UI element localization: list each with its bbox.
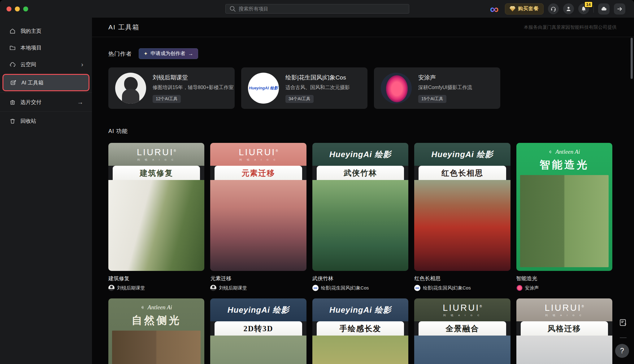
author-name: 刘锐后期课堂 [219, 285, 247, 291]
floating-divider [620, 337, 627, 338]
exit-button[interactable] [614, 3, 625, 15]
feature-thumbnail[interactable]: LIURUI® 刘 锐 A I G C 建筑修复 [108, 143, 204, 271]
feature-header: LIURUI® 刘 锐 A I G C [414, 298, 510, 321]
cloud-icon [9, 61, 16, 68]
liurui-logo: LIURUI® 刘 锐 A I G C [239, 147, 278, 161]
cloud-icon [601, 6, 607, 12]
avatar-hueying-logo: HueyingAI 绘影 [248, 73, 279, 104]
sidebar-item-label: 本地项目 [20, 44, 41, 51]
feature-title: 武侠竹林 [312, 275, 408, 282]
feature-banner: 武侠竹林 [317, 166, 404, 180]
feature-card-fenggeqianyi: LIURUI® 刘 锐 A I G C 风格迁移 [516, 298, 612, 364]
support-button[interactable] [548, 3, 559, 14]
zoom-window-button[interactable] [23, 6, 28, 11]
feature-banner: 红色长相思 [419, 166, 506, 180]
search-input[interactable] [239, 6, 405, 12]
feedback-button[interactable]: ? [618, 317, 629, 328]
feature-banner: 自然侧光 [108, 313, 204, 328]
feature-banner: 智能造光 [516, 158, 612, 172]
ai-functions-label: AI 功能 [108, 127, 612, 135]
feature-author[interactable]: 刘锐后期课堂 [108, 285, 204, 291]
feature-banner: 2D转3D [215, 321, 302, 336]
feature-image [312, 180, 408, 271]
sidebar-item-local-projects[interactable]: 本地项目 [0, 39, 92, 56]
sidebar-item-ai-toolbox[interactable]: AI 工具箱 [2, 74, 89, 91]
feature-card-shouhuiganchangfa: HueyingAi 绘影 手绘感长发 [312, 298, 408, 364]
author-name: 刘锐后期课堂 [117, 285, 145, 291]
hot-authors-label: 热门作者 [108, 50, 132, 58]
feature-author[interactable]: 安涂声 [516, 285, 612, 291]
tools-count-badge: 34个AI工具 [285, 95, 314, 103]
feature-thumbnail[interactable]: HueyingAi 绘影 2D转3D [210, 298, 306, 364]
feature-header: HueyingAi 绘影 [210, 298, 306, 321]
minimize-window-button[interactable] [15, 6, 20, 11]
apply-creator-label: 申请成为创作者 [150, 50, 185, 57]
sidebar-item-recycle-bin[interactable]: 回收站 [0, 113, 92, 129]
arrow-right-icon: → [77, 99, 83, 105]
avatar-liurui-portrait [115, 73, 146, 104]
hueying-logo: HueyingAi 绘影 [329, 149, 391, 160]
feature-author[interactable]: 绘影|花生国风|幻象Cos [414, 285, 510, 291]
feature-header: HueyingAi 绘影 [414, 143, 510, 166]
help-button[interactable]: ? [615, 344, 629, 358]
person-icon [566, 6, 571, 12]
author-avatar [516, 285, 523, 291]
feature-image [520, 175, 609, 267]
vertical-scrollbar[interactable] [631, 38, 633, 79]
author-desc: 深耕ComfyUI摄影工作流 [418, 84, 472, 91]
sidebar-item-photo-delivery[interactable]: 选片交付 → [0, 94, 92, 110]
feature-thumbnail[interactable]: HueyingAi 绘影 武侠竹林 [312, 143, 408, 271]
feature-title: 智能造光 [516, 275, 612, 282]
feature-author[interactable]: 刘锐后期课堂 [210, 285, 306, 291]
apply-creator-button[interactable]: ✦ 申请成为创作者 → [139, 48, 198, 59]
cloud-upload-button[interactable] [598, 3, 610, 15]
notifications-button[interactable]: 14 [578, 3, 589, 14]
trash-icon [9, 118, 16, 124]
feature-thumbnail[interactable]: Antleen Ai 智能造光 [516, 143, 612, 271]
feature-card-jianzhuxiufu: LIURUI® 刘 锐 A I G C 建筑修复 建筑修复 刘锐后期课堂 [108, 143, 204, 291]
close-window-button[interactable] [7, 6, 11, 11]
buy-plan-button[interactable]: 购买套餐 [505, 3, 544, 15]
topbar-divider [593, 5, 594, 13]
feature-banner: 建筑修复 [113, 166, 200, 180]
author-card-liurui[interactable]: 刘锐后期课堂 修图培训15年，辅导800+影楼工作室 12个AI工具 [108, 67, 235, 109]
sidebar-item-label: AI 工具箱 [21, 79, 44, 86]
sidebar-item-label: 我的主页 [20, 28, 41, 35]
author-name: 绘影|花生国风|幻象Cos [285, 74, 350, 82]
notification-badge: 14 [584, 1, 593, 8]
sidebar-item-cloud-space[interactable]: 云空间 › [0, 56, 92, 73]
hueying-logo: HueyingAi 绘影 [228, 305, 289, 315]
avatar-antusheng-bust [381, 73, 412, 104]
author-card-hueying[interactable]: HueyingAI 绘影 绘影|花生国风|幻象Cos 适合古风、国风和二次元摄影… [241, 67, 367, 109]
feature-thumbnail[interactable]: LIURUI® 刘 锐 A I G C 元素迁移 [210, 143, 306, 271]
feature-thumbnail[interactable]: LIURUI® 刘 锐 A I G C 全景融合 [414, 298, 510, 364]
feature-image [112, 331, 201, 364]
page-title: AI 工具箱 [108, 23, 140, 32]
feature-thumbnail[interactable]: HueyingAi 绘影 红色长相思 [414, 143, 510, 271]
liurui-logo: LIURUI® 刘 锐 A I G C [137, 147, 176, 161]
feature-image [516, 336, 612, 364]
feature-thumbnail[interactable]: LIURUI® 刘 锐 A I G C 风格迁移 [516, 298, 612, 364]
author-name: 安涂声 [525, 285, 539, 291]
sidebar-divider [0, 92, 92, 93]
author-avatar [312, 285, 319, 291]
feature-thumbnail[interactable]: HueyingAi 绘影 手绘感长发 [312, 298, 408, 364]
feature-author[interactable]: 绘影|花生国风|幻象Cos [312, 285, 408, 291]
brand-infinity-logo[interactable]: ∞ [490, 3, 499, 15]
arrow-right-icon: → [188, 51, 193, 57]
author-card-antusheng[interactable]: 安涂声 深耕ComfyUI摄影工作流 15个AI工具 [374, 67, 500, 109]
account-button[interactable] [563, 3, 574, 14]
feature-thumbnail[interactable]: Antleen Ai 自然侧光 [108, 298, 204, 364]
feature-header: LIURUI® 刘 锐 A I G C [516, 298, 612, 321]
global-search[interactable] [225, 4, 409, 14]
sidebar-item-label: 回收站 [20, 118, 36, 125]
feature-title: 建筑修复 [108, 275, 204, 282]
author-name: 刘锐后期课堂 [153, 74, 234, 82]
bag-icon [9, 99, 16, 105]
arrow-right-icon [617, 6, 623, 12]
buy-plan-label: 购买套餐 [518, 6, 539, 12]
author-name: 绘影|花生国风|幻象Cos [321, 285, 369, 291]
sidebar-item-home[interactable]: 我的主页 [0, 23, 92, 39]
feature-banner: 风格迁移 [521, 321, 608, 336]
author-name: 安涂声 [418, 74, 472, 82]
